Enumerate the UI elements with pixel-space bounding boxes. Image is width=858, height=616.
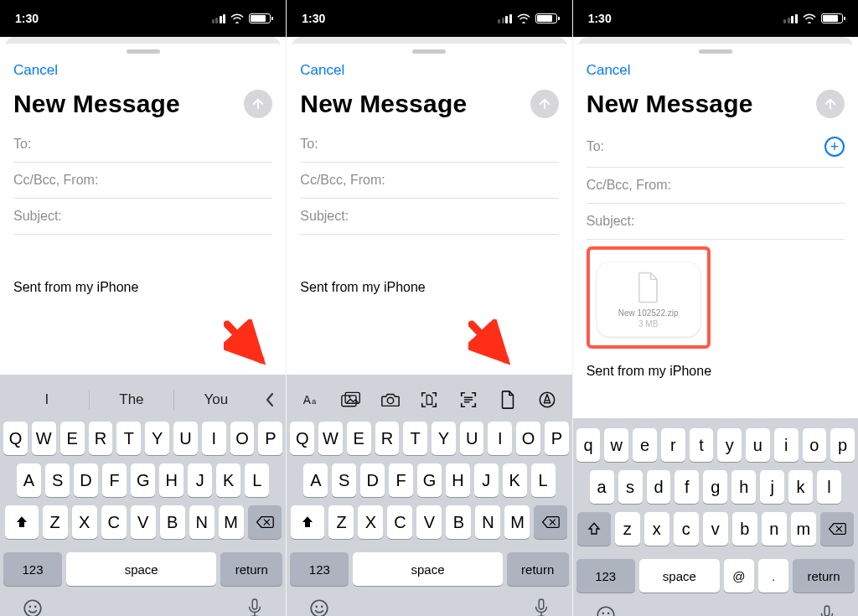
emoji-key[interactable] bbox=[595, 604, 617, 616]
suggestion-2[interactable]: The bbox=[90, 391, 173, 408]
key-n[interactable]: N bbox=[189, 505, 214, 539]
dictation-key[interactable] bbox=[532, 598, 550, 616]
cancel-button[interactable]: Cancel bbox=[300, 62, 344, 79]
sheet-grabber[interactable] bbox=[699, 49, 732, 54]
suggestion-1[interactable]: I bbox=[5, 391, 89, 408]
shift-key[interactable] bbox=[577, 512, 611, 546]
subject-field[interactable]: Subject: bbox=[13, 199, 272, 235]
svg-point-1 bbox=[24, 600, 41, 616]
emoji-key[interactable] bbox=[308, 598, 330, 616]
key-k[interactable]: K bbox=[216, 463, 240, 497]
markup-icon[interactable] bbox=[535, 387, 560, 412]
message-body[interactable]: New 102522.zip 3 MB Sent from my iPhone bbox=[573, 240, 858, 394]
statusbar: 1:30 bbox=[287, 0, 571, 37]
key-l[interactable]: L bbox=[245, 463, 269, 497]
key-t[interactable]: T bbox=[116, 422, 141, 455]
key-g[interactable]: G bbox=[131, 463, 155, 497]
key-u[interactable]: U bbox=[173, 422, 198, 455]
message-body[interactable]: Sent from my iPhone bbox=[0, 235, 286, 310]
svg-point-19 bbox=[607, 613, 610, 615]
ccbcc-field[interactable]: Cc/Bcc, From: bbox=[13, 163, 272, 199]
key-v[interactable]: V bbox=[131, 505, 156, 539]
return-key[interactable]: return bbox=[220, 552, 282, 586]
svg-rect-20 bbox=[824, 606, 830, 616]
shift-key[interactable] bbox=[291, 505, 324, 539]
at-key[interactable]: @ bbox=[724, 559, 754, 593]
space-key[interactable]: space bbox=[353, 552, 502, 586]
sheet-grabber[interactable] bbox=[127, 49, 160, 54]
compose-title: New Message bbox=[13, 90, 180, 118]
return-key[interactable]: return bbox=[507, 552, 569, 586]
scan-document-icon[interactable] bbox=[416, 387, 442, 412]
expand-toolbar-button[interactable] bbox=[258, 383, 282, 417]
to-field[interactable]: To: + bbox=[587, 127, 845, 168]
attachment-highlight: New 102522.zip 3 MB bbox=[587, 246, 711, 349]
to-field[interactable]: To: bbox=[13, 127, 272, 163]
return-key[interactable]: return bbox=[793, 559, 855, 593]
compose-sheet: Cancel New Message To: + Cc/Bcc, From: S… bbox=[573, 44, 858, 616]
backspace-key[interactable] bbox=[820, 512, 854, 546]
svg-point-18 bbox=[602, 613, 604, 615]
svg-point-15 bbox=[321, 606, 323, 608]
message-body[interactable]: Sent from my iPhone bbox=[287, 235, 571, 310]
dictation-key[interactable] bbox=[818, 604, 836, 616]
key-i[interactable]: I bbox=[202, 422, 226, 455]
screenshot-3: 1:30 Cancel New Message To: + Cc/Bcc, Fr… bbox=[572, 0, 858, 616]
subject-field[interactable]: Subject: bbox=[587, 204, 845, 240]
status-indicators bbox=[783, 13, 843, 23]
camera-icon[interactable] bbox=[378, 387, 403, 412]
send-button[interactable] bbox=[816, 90, 845, 118]
statusbar: 1:30 bbox=[0, 0, 286, 37]
ccbcc-field[interactable]: Cc/Bcc, From: bbox=[587, 168, 845, 204]
attach-file-icon[interactable] bbox=[495, 387, 520, 412]
cancel-button[interactable]: Cancel bbox=[13, 62, 58, 79]
period-key[interactable]: . bbox=[758, 559, 788, 593]
key-o[interactable]: O bbox=[230, 422, 255, 455]
key-w[interactable]: W bbox=[32, 422, 56, 455]
svg-point-10 bbox=[349, 396, 351, 398]
to-field[interactable]: To: bbox=[300, 127, 558, 163]
insert-photo-icon[interactable] bbox=[339, 387, 364, 412]
keyboard: Aa QWERTYUIOP ASDFGHJKL bbox=[287, 375, 571, 616]
key-x[interactable]: X bbox=[72, 505, 97, 539]
key-s[interactable]: S bbox=[45, 463, 70, 497]
key-j[interactable]: J bbox=[188, 463, 212, 497]
key-f[interactable]: F bbox=[102, 463, 127, 497]
cancel-button[interactable]: Cancel bbox=[587, 62, 631, 79]
svg-point-2 bbox=[28, 606, 31, 608]
add-contact-button[interactable]: + bbox=[824, 137, 845, 157]
key-e[interactable]: E bbox=[60, 422, 85, 455]
scan-text-icon[interactable] bbox=[456, 387, 481, 412]
suggestion-3[interactable]: You bbox=[174, 391, 258, 408]
send-button[interactable] bbox=[530, 90, 559, 118]
key-p[interactable]: P bbox=[258, 422, 282, 455]
key-q[interactable]: Q bbox=[3, 422, 28, 455]
emoji-key[interactable] bbox=[22, 598, 44, 616]
send-button[interactable] bbox=[244, 90, 272, 118]
space-key[interactable]: space bbox=[66, 552, 216, 586]
backspace-key[interactable] bbox=[534, 505, 567, 539]
key-h[interactable]: H bbox=[159, 463, 183, 497]
format-text-icon[interactable]: Aa bbox=[299, 387, 324, 412]
key-m[interactable]: M bbox=[219, 505, 244, 539]
battery-icon bbox=[821, 13, 843, 23]
key-r[interactable]: R bbox=[89, 422, 113, 455]
space-key[interactable]: space bbox=[639, 559, 720, 593]
shift-key[interactable] bbox=[5, 505, 39, 539]
dictation-key[interactable] bbox=[246, 598, 264, 616]
key-y[interactable]: Y bbox=[145, 422, 169, 455]
key-a[interactable]: A bbox=[17, 463, 41, 497]
attachment-chip[interactable]: New 102522.zip 3 MB bbox=[597, 261, 700, 337]
attachment-size: 3 MB bbox=[603, 319, 694, 329]
numbers-key[interactable]: 123 bbox=[290, 552, 349, 586]
ccbcc-field[interactable]: Cc/Bcc, From: bbox=[300, 163, 558, 199]
numbers-key[interactable]: 123 bbox=[576, 559, 635, 593]
sheet-grabber[interactable] bbox=[412, 49, 446, 54]
key-c[interactable]: C bbox=[101, 505, 127, 539]
backspace-key[interactable] bbox=[248, 505, 282, 539]
key-z[interactable]: Z bbox=[43, 505, 68, 539]
subject-field[interactable]: Subject: bbox=[300, 199, 558, 235]
key-d[interactable]: D bbox=[74, 463, 98, 497]
key-b[interactable]: B bbox=[160, 505, 185, 539]
numbers-key[interactable]: 123 bbox=[3, 552, 62, 586]
